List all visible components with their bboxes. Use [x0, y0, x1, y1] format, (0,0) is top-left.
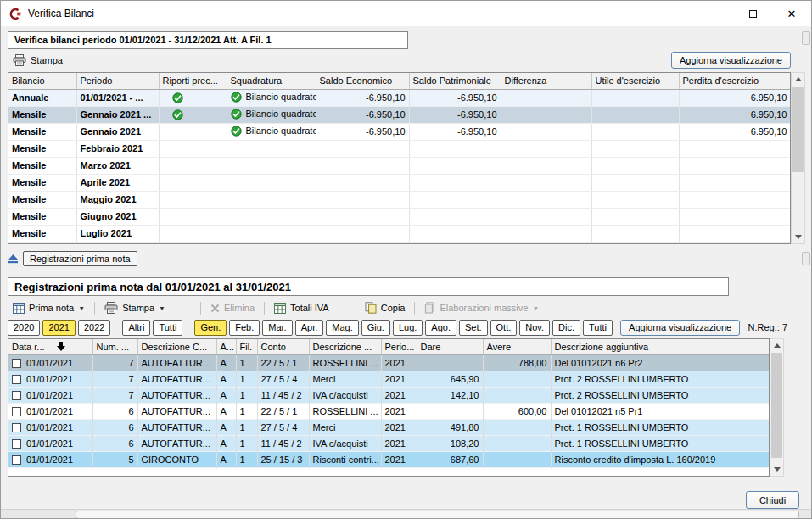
delete-button[interactable]: Elimina — [205, 301, 260, 315]
journal-row[interactable]: 01/01/20217AUTOFATTUR...A127 / 5 / 4Merc… — [8, 371, 770, 387]
column-header-6[interactable]: Saldo Patrimoniale — [409, 73, 501, 89]
month-filter-feb[interactable]: Feb. — [229, 320, 260, 336]
scroll-up-icon[interactable] — [770, 339, 783, 352]
scroll-track[interactable] — [770, 352, 783, 463]
balance-row[interactable]: MensileAprile 2021 — [8, 174, 791, 191]
elaborazioni-massive-menu[interactable]: Elaborazioni massive ▼ — [419, 300, 544, 315]
refresh-balance-button[interactable]: Aggiorna visualizzazione — [671, 52, 791, 69]
scroll-thumb[interactable] — [792, 87, 804, 172]
registrazioni-prima-nota-button[interactable]: Registrazioni prima nota — [23, 251, 137, 266]
cell: Bilancio quadrato — [227, 106, 316, 123]
column-header-8[interactable]: Perio... — [381, 339, 417, 354]
balance-row[interactable]: MensileLuglio 2021 — [8, 225, 791, 242]
balance-row[interactable]: Annuale01/01/2021 - ...Bilancio quadrato… — [8, 89, 791, 106]
column-header-5[interactable]: Fil. — [236, 339, 257, 354]
cell: 645,90 — [417, 371, 483, 387]
minimize-button[interactable] — [694, 1, 733, 26]
cell — [483, 371, 551, 387]
column-header-9[interactable]: Dare — [417, 339, 483, 354]
splitter-grip[interactable] — [802, 252, 810, 265]
copy-button[interactable]: Copia — [360, 300, 411, 315]
balance-row[interactable]: MensileFebbraio 2021 — [8, 140, 791, 157]
column-header-8[interactable]: Utile d'esercizio — [591, 73, 679, 89]
totali-iva-button[interactable]: Totali IVA — [269, 301, 334, 315]
month-filter-nov[interactable]: Nov. — [519, 320, 550, 336]
month-filter-lug[interactable]: Lug. — [393, 320, 423, 336]
row-checkbox[interactable] — [12, 439, 21, 449]
year-filter-2022[interactable]: 2022 — [78, 320, 110, 336]
column-header-5[interactable]: Saldo Economico — [316, 73, 409, 89]
row-checkbox[interactable] — [12, 455, 21, 465]
journal-row[interactable]: 01/01/20215GIROCONTOA125 / 15 / 3Riscont… — [8, 451, 770, 467]
row-checkbox[interactable] — [12, 391, 21, 400]
cell — [501, 208, 591, 225]
balance-row[interactable]: MensileMarzo 2021 — [8, 157, 791, 174]
print-balance-button[interactable]: Stampa — [8, 53, 68, 68]
column-header-10[interactable]: Avere — [483, 339, 551, 354]
scroll-thumb[interactable] — [771, 353, 782, 458]
journal-row[interactable]: 01/01/20216AUTOFATTUR...A122 / 5 / 1ROSS… — [8, 403, 770, 419]
balance-row[interactable]: MensileGiugno 2021 — [8, 208, 791, 225]
month-filter-ott[interactable]: Ott. — [490, 320, 518, 336]
month-filter-gen[interactable]: Gen. — [194, 320, 227, 336]
scroll-up-icon[interactable] — [792, 73, 804, 86]
year-filter-2021[interactable]: 2021 — [42, 320, 75, 336]
column-header-3[interactable]: Riporti prec... — [159, 73, 227, 89]
column-header-11[interactable]: Descrizione aggiuntiva — [551, 339, 770, 354]
column-header-9[interactable]: Perdita d'esercizio — [679, 73, 791, 89]
refresh-journal-button[interactable]: Aggiorna visualizzazione — [620, 320, 740, 336]
balance-row[interactable]: MensileMaggio 2021 — [8, 191, 791, 208]
month-filter-giu[interactable]: Giu. — [361, 320, 390, 336]
row-checkbox[interactable] — [12, 423, 21, 432]
month-filter-set[interactable]: Set. — [459, 320, 488, 336]
prima-nota-menu-button[interactable]: Prima nota ▼ — [8, 301, 90, 315]
scroll-down-icon[interactable] — [770, 463, 783, 476]
journal-row[interactable]: 01/01/20216AUTOFATTUR...A127 / 5 / 4Merc… — [8, 419, 770, 435]
month-filter-mag[interactable]: Mag. — [326, 320, 358, 336]
journal-row[interactable]: 01/01/20217AUTOFATTUR...A111 / 45 / 2IVA… — [8, 387, 770, 403]
cell: Risconti contri... — [309, 451, 381, 467]
row-checkbox[interactable] — [12, 359, 21, 368]
balance-row[interactable]: MensileGennaio 2021Bilancio quadrato-6.9… — [8, 123, 791, 140]
month-filter-dic[interactable]: Dic. — [552, 320, 580, 336]
column-header-4[interactable]: A... — [216, 339, 236, 354]
scroll-track[interactable] — [792, 86, 804, 231]
cell: 11 / 45 / 2 — [257, 435, 309, 451]
year-extra-group: AltriTutti — [122, 320, 182, 336]
maximize-button[interactable] — [733, 1, 772, 26]
column-header-2[interactable]: Periodo — [76, 73, 159, 89]
row-checkbox[interactable] — [12, 407, 21, 416]
column-header-1[interactable]: Data r... — [8, 339, 92, 354]
column-header-3[interactable]: Descrizione C... — [137, 339, 216, 354]
collapse-panel-icon[interactable] — [8, 254, 19, 264]
verifica-bilanci-window: Verifica Bilanci ✕ Verifica bilanci peri… — [0, 0, 812, 519]
row-checkbox[interactable] — [12, 375, 21, 384]
horizontal-scroll-thumb[interactable] — [76, 511, 799, 519]
journal-row[interactable]: 01/01/20216AUTOFATTUR...A111 / 45 / 2IVA… — [8, 435, 770, 451]
month-filter-apr[interactable]: Apr. — [295, 320, 324, 336]
year-filter-tutti[interactable]: Tutti — [153, 320, 182, 336]
month-filter-tutti[interactable]: Tutti — [583, 320, 613, 336]
cell: Mensile — [8, 123, 76, 140]
month-filter-ago[interactable]: Ago. — [425, 320, 456, 336]
horizontal-scrollbar[interactable] — [1, 509, 812, 519]
column-header-2[interactable]: Num. ... — [92, 339, 137, 354]
column-header-1[interactable]: Bilancio — [8, 73, 76, 89]
scroll-down-icon[interactable] — [792, 231, 804, 243]
journal-scrollbar[interactable] — [770, 338, 784, 477]
year-filter-2020[interactable]: 2020 — [8, 320, 40, 336]
print-journal-button[interactable]: Stampa ▼ — [99, 300, 171, 315]
balance-row[interactable]: MensileGennaio 2021 ...Bilancio quadrato… — [8, 106, 791, 123]
column-header-7[interactable]: Descrizione ... — [309, 339, 381, 354]
journal-row[interactable]: 01/01/20217AUTOFATTUR...A122 / 5 / 1ROSS… — [8, 354, 770, 371]
year-filter-altri[interactable]: Altri — [122, 320, 150, 336]
month-filter-mar[interactable]: Mar. — [262, 320, 292, 336]
balance-scrollbar[interactable] — [791, 72, 805, 244]
titlebar: Verifica Bilanci ✕ — [1, 1, 811, 26]
column-header-4[interactable]: Squadratura — [227, 73, 316, 89]
splitter-grip[interactable] — [802, 31, 810, 45]
close-button[interactable]: ✕ — [772, 1, 811, 26]
close-dialog-button[interactable]: Chiudi — [746, 491, 799, 509]
column-header-6[interactable]: Conto — [257, 339, 309, 354]
column-header-7[interactable]: Differenza — [501, 73, 591, 89]
